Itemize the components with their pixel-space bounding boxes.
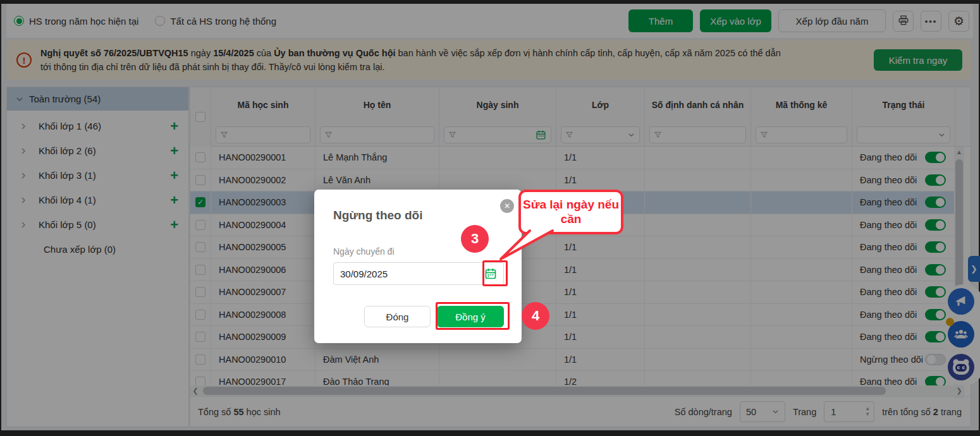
- close-icon[interactable]: ✕: [500, 199, 514, 213]
- annotation-box-calendar: [482, 260, 508, 286]
- annotation-callout: Sửa lại ngày nếu cần: [518, 190, 623, 234]
- transfer-date-value: 30/09/2025: [340, 269, 388, 279]
- annotation-step-4: 4: [522, 302, 549, 330]
- annotation-step-3: 3: [461, 225, 489, 253]
- annotation-box-confirm: [436, 302, 510, 330]
- callout-tail: [493, 229, 563, 263]
- modal-title: Ngừng theo dõi: [333, 209, 422, 222]
- app-window: HS trong năm học hiện tại Tất cả HS tron…: [0, 0, 980, 436]
- transfer-date-label: Ngày chuyển đi: [333, 246, 395, 257]
- transfer-date-input[interactable]: 30/09/2025: [333, 262, 504, 285]
- cancel-button[interactable]: Đóng: [364, 306, 431, 327]
